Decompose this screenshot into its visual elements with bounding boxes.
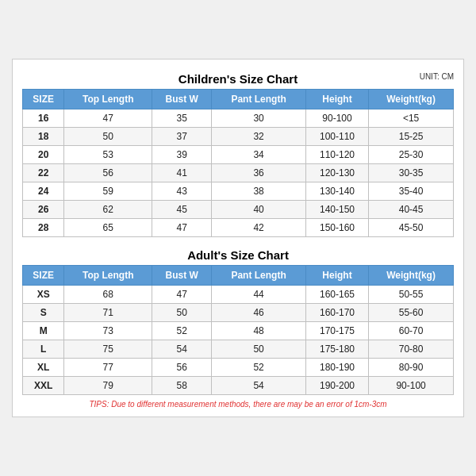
adults-title-text: Adult's Size Chart [187,248,289,262]
table-cell: 170-175 [305,322,368,340]
table-cell: 36 [212,164,306,182]
table-cell: M [23,322,64,340]
table-cell: 37 [152,128,212,146]
table-cell: 80-90 [369,359,454,377]
table-cell: 175-180 [305,340,368,359]
table-cell: 18 [23,128,64,146]
table-cell: 48 [212,322,306,340]
children-table-body: 1647353090-100<1518503732100-11015-25205… [23,109,454,237]
table-cell: 53 [64,146,152,164]
table-cell: 60-70 [369,322,454,340]
table-row: XL775652180-19080-90 [23,359,454,377]
table-row: 28654742150-16045-50 [23,219,454,237]
table-cell: 59 [64,182,152,201]
table-cell: 54 [212,377,306,395]
table-cell: 50 [152,304,212,322]
table-cell: 160-170 [305,304,368,322]
table-cell: 50 [212,340,306,359]
table-cell: 40 [212,201,306,219]
table-cell: 30-35 [369,164,454,182]
adults-section-title: Adult's Size Chart [22,244,454,265]
table-cell: 28 [23,219,64,237]
adults-col-header: Bust W [152,266,212,286]
table-cell: 56 [64,164,152,182]
table-row: 24594338130-14035-40 [23,182,454,201]
table-cell: 20 [23,146,64,164]
table-cell: <15 [369,109,454,128]
table-cell: 22 [23,164,64,182]
children-col-header: Height [305,90,368,109]
table-cell: 71 [64,304,152,322]
table-cell: 25-30 [369,146,454,164]
table-cell: 79 [64,377,152,395]
table-cell: 90-100 [369,377,454,395]
table-cell: 16 [23,109,64,128]
table-cell: 58 [152,377,212,395]
table-cell: L [23,340,64,359]
table-cell: 47 [152,219,212,237]
table-cell: 75 [64,340,152,359]
table-cell: 140-150 [305,201,368,219]
table-cell: 15-25 [369,128,454,146]
tips-text: TIPS: Due to different measurement metho… [22,400,454,409]
table-cell: 130-140 [305,182,368,201]
adults-col-header: Pant Length [212,266,306,286]
table-cell: XS [23,286,64,304]
table-cell: 35 [152,109,212,128]
adults-col-header: SIZE [23,266,64,286]
adults-col-header: Top Length [64,266,152,286]
table-cell: 52 [212,359,306,377]
table-cell: 43 [152,182,212,201]
table-cell: XL [23,359,64,377]
table-cell: 45 [152,201,212,219]
table-cell: 150-160 [305,219,368,237]
table-cell: 160-165 [305,286,368,304]
table-row: XS684744160-16550-55 [23,286,454,304]
table-cell: 62 [64,201,152,219]
table-cell: 190-200 [305,377,368,395]
table-cell: 55-60 [369,304,454,322]
table-cell: 50 [64,128,152,146]
adults-table-body: XS684744160-16550-55S715046160-17055-60M… [23,286,454,395]
table-row: S715046160-17055-60 [23,304,454,322]
table-cell: 47 [152,286,212,304]
table-row: 20533934110-12025-30 [23,146,454,164]
table-cell: XXL [23,377,64,395]
table-cell: 35-40 [369,182,454,201]
adults-col-header: Height [305,266,368,286]
adults-col-header: Weight(kg) [369,266,454,286]
table-row: 1647353090-100<15 [23,109,454,128]
table-cell: 39 [152,146,212,164]
table-cell: 32 [212,128,306,146]
table-cell: 73 [64,322,152,340]
table-cell: 38 [212,182,306,201]
children-section-title: Children's Size Chart UNIT: CM [22,67,454,89]
table-cell: 110-120 [305,146,368,164]
table-cell: 68 [64,286,152,304]
table-row: M735248170-17560-70 [23,322,454,340]
adults-header-row: SIZETop LengthBust WPant LengthHeightWei… [23,266,454,286]
children-col-header: SIZE [23,90,64,109]
table-cell: 42 [212,219,306,237]
table-cell: 70-80 [369,340,454,359]
table-cell: 44 [212,286,306,304]
adults-size-table: SIZETop LengthBust WPant LengthHeightWei… [22,265,454,395]
table-row: 18503732100-11015-25 [23,128,454,146]
table-cell: 40-45 [369,201,454,219]
children-col-header: Top Length [64,90,152,109]
table-cell: 45-50 [369,219,454,237]
table-cell: 26 [23,201,64,219]
children-col-header: Pant Length [212,90,306,109]
table-cell: 50-55 [369,286,454,304]
table-cell: 52 [152,322,212,340]
size-chart-container: Children's Size Chart UNIT: CM SIZETop L… [12,59,464,417]
children-title-text: Children's Size Chart [178,72,298,86]
table-row: 22564136120-13030-35 [23,164,454,182]
table-cell: 65 [64,219,152,237]
table-row: 26624540140-15040-45 [23,201,454,219]
table-cell: 100-110 [305,128,368,146]
table-cell: 120-130 [305,164,368,182]
table-cell: 180-190 [305,359,368,377]
table-cell: 41 [152,164,212,182]
table-cell: 24 [23,182,64,201]
